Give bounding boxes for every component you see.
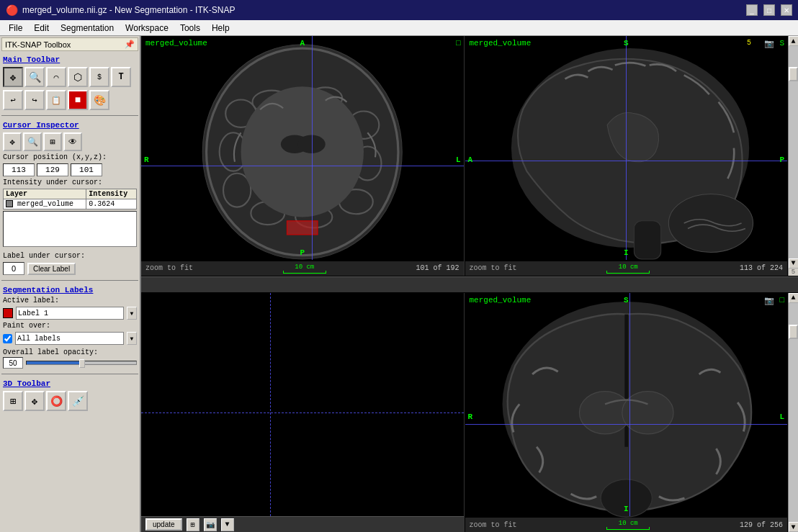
- paint-over-checkbox[interactable]: [3, 334, 12, 343]
- paint-over-row: All labels ▼: [3, 330, 137, 346]
- opacity-input[interactable]: [3, 357, 23, 369]
- right-scrollbar-bottom: ▲ ▼: [788, 293, 798, 533]
- viewport-sagittal[interactable]: merged_volume S I A P S 📷 5 zoom to fit …: [465, 36, 788, 276]
- toolbox-title-bar: ITK-SNAP Toolbox 📌: [1, 37, 138, 51]
- dropdown-icon[interactable]: ▼: [221, 518, 234, 531]
- minimize-button[interactable]: _: [746, 4, 758, 16]
- axial-zoom-fit-btn[interactable]: zoom to fit: [145, 264, 193, 272]
- menu-file[interactable]: File: [3, 22, 28, 35]
- axial-crosshair-v: [312, 36, 313, 260]
- intensity-row: merged_volume 0.3624: [4, 199, 137, 209]
- cursor-tool-grid[interactable]: ⊞: [43, 132, 62, 151]
- maximize-button[interactable]: □: [763, 4, 775, 16]
- update-button[interactable]: update: [145, 518, 182, 531]
- menu-help[interactable]: Help: [206, 22, 236, 35]
- tool-polygon[interactable]: ⌒: [46, 67, 66, 87]
- scroll-up-btn-top[interactable]: ▲: [789, 36, 799, 46]
- axial-dir-bottom: P: [300, 248, 305, 257]
- cursor-tool-zoom[interactable]: 🔍: [23, 132, 42, 151]
- axial-slice-info: 101 of 192: [416, 264, 459, 272]
- scroll-down-btn-bottom[interactable]: ▼: [789, 522, 799, 532]
- coronal-label: merged_volume: [470, 296, 532, 305]
- sagittal-crosshair-v: [626, 36, 627, 260]
- scroll-track-bottom[interactable]: [789, 303, 798, 523]
- tool-redo[interactable]: ↪: [24, 90, 45, 110]
- toolbar-3d-row: ⊞ ✥ ⭕ 💉: [3, 389, 137, 412]
- cursor-x-input[interactable]: [3, 163, 35, 176]
- opacity-slider-container: [3, 357, 137, 369]
- bottom-left-bar: update ⊞ 📷 ▼: [141, 516, 464, 532]
- active-label-dropdown[interactable]: ▼: [127, 307, 137, 320]
- menu-tools[interactable]: Tools: [174, 22, 206, 35]
- scroll-thumb-top[interactable]: [789, 67, 798, 81]
- sagittal-label: merged_volume: [470, 39, 532, 48]
- cursor-tool-navigate[interactable]: ✥: [3, 132, 22, 151]
- close-button[interactable]: ✕: [781, 4, 792, 16]
- tool-3d-spray[interactable]: ⭕: [46, 391, 66, 411]
- window-controls[interactable]: _ □ ✕: [746, 4, 792, 16]
- cursor-position-inputs: [3, 162, 137, 178]
- cursor-z-input[interactable]: [71, 163, 102, 176]
- label-value-input[interactable]: [3, 262, 24, 275]
- coronal-zoom-fit-btn[interactable]: zoom to fit: [470, 521, 517, 529]
- scroll-track-top[interactable]: [789, 46, 798, 258]
- viewport-coronal[interactable]: merged_volume S I R L □ 📷 zoom to fit 10…: [465, 293, 788, 533]
- axial-dir-right: L: [456, 155, 461, 164]
- tool-zoom[interactable]: 🔍: [24, 67, 45, 87]
- separator-2: [1, 280, 138, 281]
- coronal-crosshair-h: [465, 424, 788, 425]
- toolbar-3d-section: 3D Toolbar ⊞ ✥ ⭕ 💉: [1, 377, 138, 414]
- scroll-up-btn-bottom[interactable]: ▲: [789, 293, 799, 303]
- scroll-down-btn-top[interactable]: ▼: [789, 258, 799, 269]
- sagittal-dir-right: P: [779, 155, 784, 164]
- main-toolbar-row1: ✥ 🔍 ⌒ ⬡ $ T: [3, 66, 137, 89]
- scroll-thumb-bottom[interactable]: [789, 325, 798, 339]
- seg-labels-header: Segmentation Labels: [3, 284, 137, 296]
- tool-layer[interactable]: 📋: [46, 90, 66, 110]
- intensity-table: Layer Intensity merged_volume 0.3624: [3, 189, 137, 209]
- coronal-bottom-bar: zoom to fit 10 cm 129 of 256: [465, 518, 788, 532]
- cursor-tool-eye[interactable]: 👁: [63, 132, 82, 151]
- clear-label-button[interactable]: Clear Label: [27, 263, 76, 275]
- viewport-bottom-left[interactable]: update ⊞ 📷 ▼: [141, 293, 465, 533]
- coronal-dir-right: L: [779, 412, 784, 421]
- viewport-axial[interactable]: merged_volume A P R L □ zoom to fit 10 c…: [141, 36, 465, 276]
- tool-3d-inject[interactable]: 💉: [68, 391, 88, 411]
- menu-edit[interactable]: Edit: [28, 22, 55, 35]
- opacity-label: Overall label opacity:: [3, 348, 137, 357]
- coronal-dir-left: R: [468, 412, 473, 421]
- coronal-dir-top: S: [624, 296, 629, 305]
- toolbox-pin-icon[interactable]: 📌: [125, 40, 135, 49]
- expand-icon[interactable]: ⊞: [187, 518, 200, 531]
- right-scrollbar-top: ▲ ▼ 5: [788, 36, 798, 276]
- tool-navigate[interactable]: ✥: [3, 67, 23, 87]
- tool-undo[interactable]: ↩: [3, 90, 23, 110]
- cursor-inspector-header: Cursor Inspector: [3, 120, 137, 131]
- cursor-y-input[interactable]: [37, 163, 68, 176]
- tool-annotation[interactable]: T: [111, 67, 131, 87]
- sagittal-zoom-fit-btn[interactable]: zoom to fit: [470, 264, 517, 272]
- sagittal-slice-info: 113 of 224: [740, 264, 783, 272]
- tool-livewire[interactable]: $: [89, 67, 109, 87]
- title-bar: 🔴 merged_volume.nii.gz - New Segmentatio…: [0, 0, 798, 20]
- window-title: merged_volume.nii.gz - New Segmentation …: [22, 5, 235, 15]
- camera-icon[interactable]: 📷: [204, 518, 217, 531]
- menu-workspace[interactable]: Workspace: [120, 22, 174, 35]
- all-labels-dropdown[interactable]: ▼: [127, 332, 137, 345]
- main-toolbar-row2: ↩ ↪ 📋 ■ 🎨: [3, 89, 137, 112]
- tool-clear-seg[interactable]: ■: [68, 90, 88, 110]
- tool-color-map[interactable]: 🎨: [89, 90, 109, 110]
- menu-segmentation[interactable]: Segmentation: [55, 22, 120, 35]
- tool-paint[interactable]: ⬡: [68, 67, 88, 87]
- opacity-slider-track[interactable]: [26, 361, 137, 365]
- main-toolbar-header: Main Toolbar: [3, 54, 137, 66]
- bl-crosshair-h: [141, 412, 464, 413]
- opacity-slider-thumb[interactable]: [79, 359, 85, 368]
- axial-scale-bar: 10 cm: [283, 263, 326, 274]
- layer-color-swatch: [6, 200, 13, 207]
- cursor-position-label: Cursor position (x,y,z):: [3, 153, 137, 162]
- sagittal-number: 5: [747, 39, 751, 47]
- tool-3d-grid[interactable]: ⊞: [3, 391, 23, 411]
- tool-3d-navigate[interactable]: ✥: [24, 391, 45, 411]
- coronal-scale-bar: 10 cm: [606, 520, 650, 530]
